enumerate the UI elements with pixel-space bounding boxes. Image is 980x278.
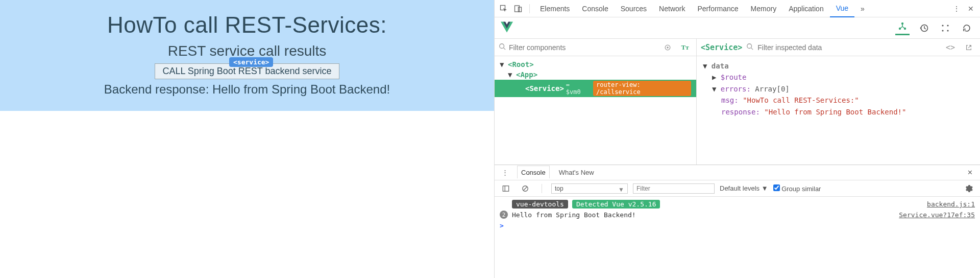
component-overlay-badge: <service> xyxy=(229,57,273,67)
tab-console[interactable]: Console xyxy=(576,1,614,17)
levels-dropdown[interactable]: Default levels ▼ xyxy=(720,184,768,192)
backend-response-text: Backend response: Hello from Spring Boot… xyxy=(0,82,494,97)
svg-point-7 xyxy=(942,25,943,26)
history-icon[interactable] xyxy=(917,21,931,35)
application-pane: HowTo call REST-Services: REST service c… xyxy=(0,0,494,278)
source-link-service[interactable]: Service.vue?17ef:35 xyxy=(899,211,975,219)
console-prompt[interactable]: > xyxy=(500,220,975,231)
components-view-icon[interactable] xyxy=(895,21,910,35)
vue-logo-icon xyxy=(501,21,513,35)
context-select[interactable]: top▼ xyxy=(551,183,628,194)
vuex-icon[interactable] xyxy=(938,21,952,35)
search-icon xyxy=(499,43,506,52)
drawer-tab-console[interactable]: Console xyxy=(517,166,550,179)
console-line-devtools: vue-devtools Detected Vue v2.5.16 backen… xyxy=(500,199,975,210)
console-settings-icon[interactable] xyxy=(962,181,976,196)
reload-icon[interactable] xyxy=(960,21,974,35)
banner: HowTo call REST-Services: REST service c… xyxy=(0,0,494,111)
svg-rect-1 xyxy=(515,6,520,12)
device-toolbar-icon[interactable] xyxy=(511,2,525,16)
svg-point-10 xyxy=(947,30,948,31)
tab-elements[interactable]: Elements xyxy=(534,1,576,17)
inspect-element-icon[interactable] xyxy=(497,2,511,16)
filter-inspected-input[interactable] xyxy=(757,43,939,52)
drawer-kebab-icon[interactable]: ⋮ xyxy=(498,166,512,180)
repeat-count-badge: 2 xyxy=(500,211,508,219)
tab-application[interactable]: Application xyxy=(782,1,830,17)
svg-point-13 xyxy=(667,47,668,48)
svg-rect-15 xyxy=(503,186,508,191)
tab-sources[interactable]: Sources xyxy=(615,1,653,17)
open-external-icon[interactable] xyxy=(962,40,976,55)
group-similar-toggle[interactable]: Group similar xyxy=(773,184,821,193)
tab-overflow[interactable]: » xyxy=(854,1,871,17)
vue-content: Tт ▼<Root> ▼<App> <Service> = $vm0 route… xyxy=(495,39,980,165)
format-icon[interactable]: Tт xyxy=(678,40,692,55)
drawer-tab-whatsnew[interactable]: What's New xyxy=(555,166,598,179)
target-icon[interactable] xyxy=(660,40,675,55)
inspected-component-name: <Service> xyxy=(701,43,742,52)
source-link-backend[interactable]: backend.js:1 xyxy=(927,200,975,208)
search-icon xyxy=(746,43,753,52)
svg-line-18 xyxy=(524,187,527,190)
inspector-panel: <Service> <> ▼ data ▶ $route ▼ errors: A… xyxy=(697,39,980,165)
svg-point-11 xyxy=(500,44,504,49)
svg-rect-2 xyxy=(519,7,522,12)
console-sidebar-icon[interactable] xyxy=(499,181,513,196)
prop-route[interactable]: $route xyxy=(721,73,747,81)
svg-point-4 xyxy=(899,28,901,30)
tab-performance[interactable]: Performance xyxy=(691,1,744,17)
kebab-menu-icon[interactable]: ⋮ xyxy=(949,2,964,16)
close-icon[interactable]: ✕ xyxy=(964,2,978,16)
console-filter-input[interactable] xyxy=(633,183,715,194)
svg-point-3 xyxy=(902,23,903,25)
console-drawer: ⋮ Console What's New ✕ top▼ Default leve… xyxy=(495,165,980,278)
component-tree-panel: Tт ▼<Root> ▼<App> <Service> = $vm0 route… xyxy=(495,39,697,165)
vue-toolbar xyxy=(495,17,980,39)
tree-root[interactable]: ▼<Root> xyxy=(495,59,696,70)
tab-memory[interactable]: Memory xyxy=(745,1,783,17)
tree-app[interactable]: ▼<App> xyxy=(495,70,696,80)
tab-network[interactable]: Network xyxy=(653,1,691,17)
prop-response: response: xyxy=(721,108,760,116)
devtools-pane: Elements Console Sources Network Perform… xyxy=(494,0,980,278)
svg-point-8 xyxy=(947,25,948,26)
filter-components-input[interactable] xyxy=(509,43,657,52)
clear-console-icon[interactable] xyxy=(518,181,532,196)
data-section-header[interactable]: data xyxy=(712,62,729,70)
svg-point-9 xyxy=(942,30,943,31)
tab-vue[interactable]: Vue xyxy=(830,0,854,17)
devtools-tab-strip: Elements Console Sources Network Perform… xyxy=(495,0,980,17)
console-line-response: 2 Hello from Spring Boot Backend! Servic… xyxy=(500,210,975,220)
svg-point-14 xyxy=(747,43,752,48)
router-view-badge: router-view: /callservice xyxy=(593,81,691,96)
svg-point-5 xyxy=(904,28,906,30)
banner-title: HowTo call REST-Services: xyxy=(0,12,494,38)
tree-service-selected[interactable]: <Service> = $vm0 router-view: /callservi… xyxy=(495,80,696,97)
prop-errors[interactable]: errors: xyxy=(721,85,751,93)
drawer-close-icon[interactable]: ✕ xyxy=(963,166,977,180)
code-icon[interactable]: <> xyxy=(943,40,958,55)
prop-msg: msg: xyxy=(721,96,739,104)
